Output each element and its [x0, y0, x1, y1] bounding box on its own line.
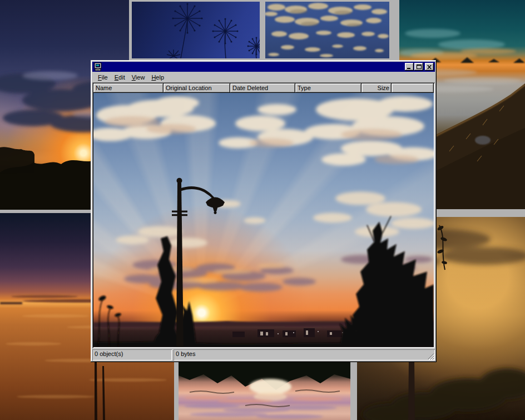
menu-help[interactable]: Help — [148, 73, 167, 82]
wallpaper-tile-water-reflections — [179, 359, 350, 420]
client-area-sunset-photo[interactable] — [93, 93, 434, 347]
column-header-name[interactable]: Name — [93, 83, 164, 93]
menu-bar: File Edit View Help — [92, 72, 435, 82]
menu-file[interactable]: File — [95, 73, 111, 82]
close-icon — [427, 65, 432, 69]
status-bar: 0 object(s) 0 bytes — [92, 349, 435, 360]
status-total-size-text: 0 bytes — [176, 350, 195, 357]
column-header-date-deleted[interactable]: Date Deleted — [230, 83, 295, 93]
column-header-original-location[interactable]: Original Location — [164, 83, 230, 93]
maximize-button[interactable] — [414, 63, 423, 71]
wallpaper-tile-seed-heads — [132, 2, 260, 58]
column-headers: Name Original Location Date Deleted Type… — [93, 83, 434, 93]
list-view[interactable]: Name Original Location Date Deleted Type… — [92, 82, 435, 348]
status-total-size: 0 bytes — [174, 349, 435, 360]
column-header-size[interactable]: Size — [361, 83, 392, 93]
recycle-bin-window: File Edit View Help Name Original Locati… — [91, 60, 437, 362]
maximize-icon — [417, 65, 422, 69]
menu-view[interactable]: View — [128, 73, 148, 82]
resize-grip[interactable] — [427, 353, 434, 360]
close-button[interactable] — [425, 63, 434, 71]
wallpaper-tile-cloud-flecks — [265, 2, 389, 58]
column-header-type[interactable]: Type — [295, 83, 361, 93]
computer-icon[interactable] — [93, 62, 102, 71]
column-header-blank[interactable] — [392, 83, 434, 93]
titlebar[interactable] — [92, 62, 435, 72]
desktop: File Edit View Help Name Original Locati… — [0, 0, 525, 420]
minimize-icon — [407, 65, 412, 69]
status-object-count: 0 object(s) — [92, 349, 172, 360]
minimize-button[interactable] — [405, 63, 414, 71]
menu-edit[interactable]: Edit — [111, 73, 128, 82]
